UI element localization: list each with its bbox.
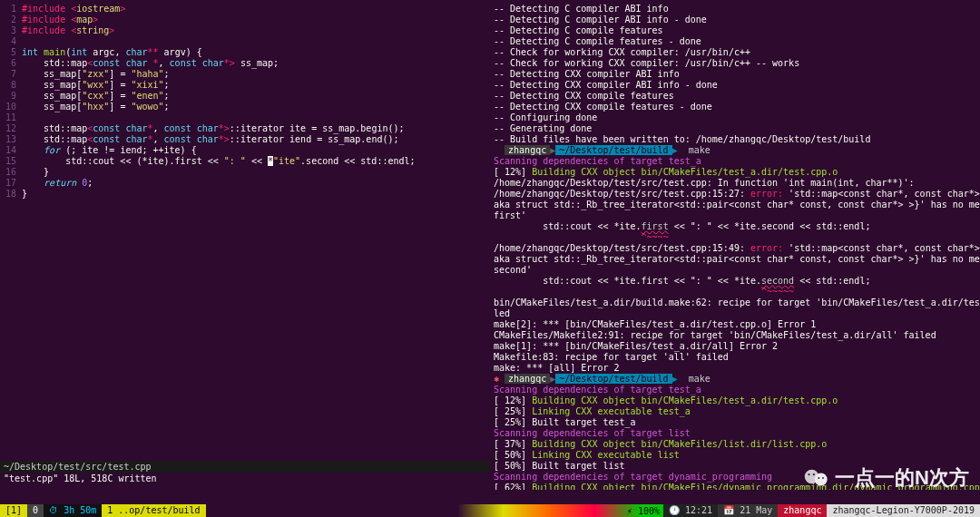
terminal-line: -- Detecting CXX compile features - done: [494, 102, 976, 112]
terminal-line: led: [494, 308, 976, 319]
terminal-line: -- Detecting C compiler ABI info - done: [494, 15, 976, 25]
code-line[interactable]: 17 return 0;: [0, 178, 490, 189]
terminal-line: -- Detecting C compile features: [494, 25, 976, 36]
tmux-session: [1]: [0, 504, 27, 517]
svg-point-2: [808, 473, 809, 475]
tmux-time: 🕐 12:21: [663, 504, 718, 517]
terminal-prompt[interactable]: ✱ zhangqc▶~/Desktop/test/build▶ make: [494, 374, 976, 385]
tmux-statusbar: [1] 0 ⏱ 3h 50m 1 ..op/test/build ⚡ 100% …: [0, 504, 980, 517]
terminal-line: /home/zhangqc/Desktop/test/src/test.cpp:…: [494, 189, 976, 200]
tmux-uptime: ⏱ 3h 50m: [44, 504, 102, 517]
code-line[interactable]: 2#include <map>: [0, 15, 490, 25]
terminal-line: std::cout << *ite.first << ": " << *ite.…: [494, 221, 976, 232]
svg-point-4: [818, 477, 819, 479]
terminal-prompt[interactable]: zhangqc▶~/Desktop/test/build▶ make: [494, 145, 976, 156]
terminal-line: [ 25%] Linking CXX executable test_a: [494, 406, 976, 417]
code-line[interactable]: 10 ss_map["hxx"] = "wowo";: [0, 102, 490, 112]
wechat-icon: [804, 468, 829, 488]
tmux-spacer: ⚡ 100%: [206, 504, 663, 517]
terminal-line: Scanning dependencies of target list: [494, 428, 976, 439]
terminal-line: second': [494, 265, 976, 276]
terminal-line: [ 12%] Building CXX object bin/CMakeFile…: [494, 395, 976, 406]
terminal-line: [ 37%] Building CXX object bin/CMakeFile…: [494, 439, 976, 450]
terminal-line: bin/CMakeFiles/test_a.dir/build.make:62:…: [494, 298, 976, 308]
terminal-line: ^~~~~~: [494, 287, 976, 298]
code-line[interactable]: 14 for (; ite != iend; ++ite) {: [0, 145, 490, 156]
code-line[interactable]: 3#include <string>: [0, 25, 490, 36]
tmux-tab[interactable]: 1 ..op/test/build: [102, 504, 205, 517]
svg-point-1: [815, 473, 828, 486]
editor-path: ~/Desktop/test/src/test.cpp: [0, 461, 490, 473]
code-line[interactable]: 12 std::map<const char*, const char*>::i…: [0, 123, 490, 134]
terminal-line: -- Configuring done: [494, 112, 976, 123]
code-line[interactable]: 8 ss_map["wxx"] = "xixi";: [0, 80, 490, 91]
editor-message: "test.cpp" 18L, 518C written: [0, 473, 490, 484]
code-line[interactable]: 13 std::map<const char*, const char*>::i…: [0, 134, 490, 145]
editor-pane[interactable]: 1#include <iostream>2#include <map>3#inc…: [0, 0, 490, 490]
terminal-line: std::cout << *ite.first << ": " << *ite.…: [494, 276, 976, 287]
terminal-line: -- Detecting C compiler ABI info: [494, 4, 976, 15]
terminal-line: Scanning dependencies of target test_a: [494, 156, 976, 167]
terminal-line: -- Check for working CXX compiler: /usr/…: [494, 58, 976, 69]
terminal-line: make[1]: *** [bin/CMakeFiles/test_a.dir/…: [494, 341, 976, 352]
terminal-line: Makefile:83: recipe for target 'all' fai…: [494, 352, 976, 363]
svg-point-3: [813, 473, 815, 475]
terminal-line: -- Check for working CXX compiler: /usr/…: [494, 47, 976, 58]
terminal-line: ^~~~~: [494, 232, 976, 243]
code-line[interactable]: 15 std::cout << (*ite).first << ": " << …: [0, 156, 490, 167]
terminal-line: aka struct std::_Rb_tree_iterator<std::p…: [494, 254, 976, 265]
code-line[interactable]: 9 ss_map["cxx"] = "enen";: [0, 91, 490, 102]
code-line[interactable]: 7 ss_map["zxx"] = "haha";: [0, 69, 490, 80]
terminal-line: first': [494, 210, 976, 221]
terminal-line: /home/zhangqc/Desktop/test/src/test.cpp:…: [494, 178, 976, 189]
terminal-line: -- Detecting CXX compile features: [494, 91, 976, 102]
terminal-line: aka struct std::_Rb_tree_iterator<std::p…: [494, 200, 976, 210]
tmux-host: zhangqc-Legion-Y7000P-2019: [827, 504, 980, 517]
code-line[interactable]: 18}: [0, 189, 490, 200]
code-line[interactable]: 4: [0, 36, 490, 47]
code-line[interactable]: 5int main(int argc, char** argv) {: [0, 47, 490, 58]
watermark: 一点一的N次方: [804, 464, 969, 492]
terminal-line: -- Detecting CXX compiler ABI info: [494, 69, 976, 80]
code-line[interactable]: 11: [0, 112, 490, 123]
terminal-line: CMakeFiles/Makefile2:91: recipe for targ…: [494, 330, 976, 341]
terminal-line: Scanning dependencies of target test_a: [494, 385, 976, 395]
tmux-user: zhangqc: [778, 504, 827, 517]
terminal-line: make: *** [all] Error 2: [494, 363, 976, 374]
terminal-line: [ 50%] Linking CXX executable list: [494, 450, 976, 461]
tmux-date: 📅 21 May: [718, 504, 778, 517]
tmux-window: 0: [27, 504, 44, 517]
code-line[interactable]: 1#include <iostream>: [0, 4, 490, 15]
terminal-line: -- Build files have been written to: /ho…: [494, 134, 976, 145]
terminal-line: [ 25%] Built target test_a: [494, 417, 976, 428]
code-line[interactable]: 6 std::map<const char *, const char*> ss…: [0, 58, 490, 69]
terminal-line: -- Generating done: [494, 123, 976, 134]
svg-point-5: [822, 477, 824, 479]
terminal-line: make[2]: *** [bin/CMakeFiles/test_a.dir/…: [494, 319, 976, 330]
terminal-line: -- Detecting CXX compiler ABI info - don…: [494, 80, 976, 91]
terminal-line: [ 12%] Building CXX object bin/CMakeFile…: [494, 167, 976, 178]
terminal-line: -- Detecting C compile features - done: [494, 36, 976, 47]
code-line[interactable]: 16 }: [0, 167, 490, 178]
terminal-line: /home/zhangqc/Desktop/test/src/test.cpp:…: [494, 243, 976, 254]
terminal-pane[interactable]: -- Detecting C compiler ABI info-- Detec…: [490, 0, 980, 490]
